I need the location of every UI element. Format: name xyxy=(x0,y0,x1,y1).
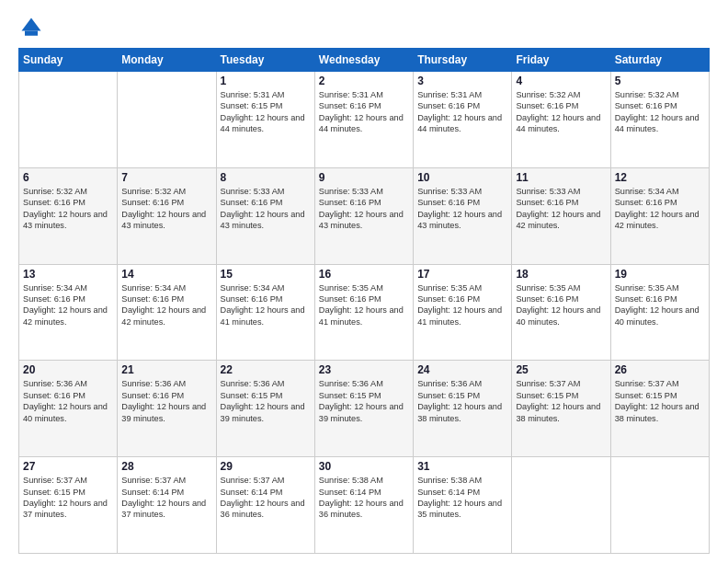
day-number: 1 xyxy=(221,75,311,87)
day-number: 11 xyxy=(516,171,606,184)
cell-details: Sunrise: 5:38 AMSunset: 6:14 PMDaylight:… xyxy=(417,475,507,521)
day-number: 8 xyxy=(221,171,311,184)
day-number: 24 xyxy=(417,363,507,376)
svg-rect-1 xyxy=(25,31,38,36)
day-number: 10 xyxy=(417,171,507,184)
cell-details: Sunrise: 5:31 AMSunset: 6:15 PMDaylight:… xyxy=(221,89,311,135)
day-cell: 11Sunrise: 5:33 AMSunset: 6:16 PMDayligh… xyxy=(512,167,610,264)
day-number: 6 xyxy=(23,171,113,184)
day-number: 20 xyxy=(23,363,113,376)
day-cell: 16Sunrise: 5:35 AMSunset: 6:16 PMDayligh… xyxy=(314,264,413,361)
day-cell: 8Sunrise: 5:33 AMSunset: 6:16 PMDaylight… xyxy=(216,167,314,264)
day-cell: 21Sunrise: 5:36 AMSunset: 6:16 PMDayligh… xyxy=(118,361,216,457)
day-cell: 4Sunrise: 5:32 AMSunset: 6:16 PMDaylight… xyxy=(512,72,610,168)
day-cell: 14Sunrise: 5:34 AMSunset: 6:16 PMDayligh… xyxy=(118,264,216,361)
day-cell: 20Sunrise: 5:36 AMSunset: 6:16 PMDayligh… xyxy=(19,361,118,457)
day-number: 27 xyxy=(23,460,113,473)
cell-details: Sunrise: 5:31 AMSunset: 6:16 PMDaylight:… xyxy=(417,89,507,135)
cell-details: Sunrise: 5:35 AMSunset: 6:16 PMDaylight:… xyxy=(319,282,409,328)
day-cell: 31Sunrise: 5:38 AMSunset: 6:14 PMDayligh… xyxy=(414,457,512,554)
day-cell xyxy=(512,457,610,554)
cell-details: Sunrise: 5:36 AMSunset: 6:15 PMDaylight:… xyxy=(221,378,311,424)
day-cell xyxy=(19,72,118,168)
day-cell: 26Sunrise: 5:37 AMSunset: 6:15 PMDayligh… xyxy=(610,361,709,457)
day-cell: 1Sunrise: 5:31 AMSunset: 6:15 PMDaylight… xyxy=(216,72,314,168)
day-number: 15 xyxy=(221,268,311,281)
weekday-header-row: SundayMondayTuesdayWednesdayThursdayFrid… xyxy=(19,49,710,72)
day-number: 17 xyxy=(417,268,507,281)
cell-details: Sunrise: 5:37 AMSunset: 6:15 PMDaylight:… xyxy=(516,378,606,424)
weekday-header-tuesday: Tuesday xyxy=(216,49,314,72)
weekday-header-friday: Friday xyxy=(512,49,610,72)
day-cell: 17Sunrise: 5:35 AMSunset: 6:16 PMDayligh… xyxy=(414,264,512,361)
day-number: 9 xyxy=(319,171,409,184)
cell-details: Sunrise: 5:33 AMSunset: 6:16 PMDaylight:… xyxy=(221,186,311,232)
cell-details: Sunrise: 5:36 AMSunset: 6:16 PMDaylight:… xyxy=(121,378,211,424)
weekday-header-monday: Monday xyxy=(118,49,216,72)
day-number: 14 xyxy=(121,268,211,281)
day-number: 12 xyxy=(615,171,705,184)
cell-details: Sunrise: 5:34 AMSunset: 6:16 PMDaylight:… xyxy=(221,282,311,328)
logo xyxy=(18,15,48,40)
cell-details: Sunrise: 5:37 AMSunset: 6:15 PMDaylight:… xyxy=(23,475,113,521)
day-cell: 18Sunrise: 5:35 AMSunset: 6:16 PMDayligh… xyxy=(512,264,610,361)
day-cell: 19Sunrise: 5:35 AMSunset: 6:16 PMDayligh… xyxy=(610,264,709,361)
day-number: 29 xyxy=(221,460,311,473)
day-cell: 25Sunrise: 5:37 AMSunset: 6:15 PMDayligh… xyxy=(512,361,610,457)
day-cell: 10Sunrise: 5:33 AMSunset: 6:16 PMDayligh… xyxy=(414,167,512,264)
day-number: 31 xyxy=(417,460,507,473)
day-cell: 30Sunrise: 5:38 AMSunset: 6:14 PMDayligh… xyxy=(314,457,413,554)
page: SundayMondayTuesdayWednesdayThursdayFrid… xyxy=(0,0,728,563)
cell-details: Sunrise: 5:35 AMSunset: 6:16 PMDaylight:… xyxy=(417,282,507,328)
cell-details: Sunrise: 5:36 AMSunset: 6:15 PMDaylight:… xyxy=(417,378,507,424)
day-number: 4 xyxy=(516,75,606,87)
day-cell: 24Sunrise: 5:36 AMSunset: 6:15 PMDayligh… xyxy=(414,361,512,457)
svg-marker-0 xyxy=(22,18,41,31)
weekday-header-thursday: Thursday xyxy=(414,49,512,72)
day-cell: 5Sunrise: 5:32 AMSunset: 6:16 PMDaylight… xyxy=(610,72,709,168)
day-cell: 12Sunrise: 5:34 AMSunset: 6:16 PMDayligh… xyxy=(610,167,709,264)
day-number: 13 xyxy=(23,268,113,281)
day-number: 22 xyxy=(221,363,311,376)
day-cell: 23Sunrise: 5:36 AMSunset: 6:15 PMDayligh… xyxy=(314,361,413,457)
day-number: 23 xyxy=(319,363,409,376)
calendar-table: SundayMondayTuesdayWednesdayThursdayFrid… xyxy=(18,48,710,554)
day-cell: 28Sunrise: 5:37 AMSunset: 6:14 PMDayligh… xyxy=(118,457,216,554)
day-cell: 7Sunrise: 5:32 AMSunset: 6:16 PMDaylight… xyxy=(118,167,216,264)
cell-details: Sunrise: 5:36 AMSunset: 6:16 PMDaylight:… xyxy=(23,378,113,424)
day-number: 28 xyxy=(121,460,211,473)
weekday-header-wednesday: Wednesday xyxy=(314,49,413,72)
cell-details: Sunrise: 5:37 AMSunset: 6:14 PMDaylight:… xyxy=(121,475,211,521)
header xyxy=(18,15,710,40)
cell-details: Sunrise: 5:32 AMSunset: 6:16 PMDaylight:… xyxy=(121,186,211,232)
day-cell xyxy=(118,72,216,168)
day-cell: 2Sunrise: 5:31 AMSunset: 6:16 PMDaylight… xyxy=(314,72,413,168)
day-cell: 22Sunrise: 5:36 AMSunset: 6:15 PMDayligh… xyxy=(216,361,314,457)
cell-details: Sunrise: 5:36 AMSunset: 6:15 PMDaylight:… xyxy=(319,378,409,424)
weekday-header-sunday: Sunday xyxy=(19,49,118,72)
cell-details: Sunrise: 5:33 AMSunset: 6:16 PMDaylight:… xyxy=(319,186,409,232)
week-row-2: 6Sunrise: 5:32 AMSunset: 6:16 PMDaylight… xyxy=(19,167,710,264)
day-number: 19 xyxy=(615,268,705,281)
day-cell: 27Sunrise: 5:37 AMSunset: 6:15 PMDayligh… xyxy=(19,457,118,554)
week-row-3: 13Sunrise: 5:34 AMSunset: 6:16 PMDayligh… xyxy=(19,264,710,361)
day-cell: 29Sunrise: 5:37 AMSunset: 6:14 PMDayligh… xyxy=(216,457,314,554)
day-number: 16 xyxy=(319,268,409,281)
cell-details: Sunrise: 5:33 AMSunset: 6:16 PMDaylight:… xyxy=(417,186,507,232)
day-number: 7 xyxy=(121,171,211,184)
cell-details: Sunrise: 5:35 AMSunset: 6:16 PMDaylight:… xyxy=(516,282,606,328)
day-cell: 6Sunrise: 5:32 AMSunset: 6:16 PMDaylight… xyxy=(19,167,118,264)
week-row-4: 20Sunrise: 5:36 AMSunset: 6:16 PMDayligh… xyxy=(19,361,710,457)
weekday-header-saturday: Saturday xyxy=(610,49,709,72)
cell-details: Sunrise: 5:32 AMSunset: 6:16 PMDaylight:… xyxy=(615,89,705,135)
week-row-5: 27Sunrise: 5:37 AMSunset: 6:15 PMDayligh… xyxy=(19,457,710,554)
cell-details: Sunrise: 5:31 AMSunset: 6:16 PMDaylight:… xyxy=(319,89,409,135)
cell-details: Sunrise: 5:34 AMSunset: 6:16 PMDaylight:… xyxy=(23,282,113,328)
cell-details: Sunrise: 5:34 AMSunset: 6:16 PMDaylight:… xyxy=(615,186,705,232)
day-number: 3 xyxy=(417,75,507,87)
cell-details: Sunrise: 5:37 AMSunset: 6:15 PMDaylight:… xyxy=(615,378,705,424)
cell-details: Sunrise: 5:37 AMSunset: 6:14 PMDaylight:… xyxy=(221,475,311,521)
day-cell xyxy=(610,457,709,554)
day-number: 18 xyxy=(516,268,606,281)
cell-details: Sunrise: 5:33 AMSunset: 6:16 PMDaylight:… xyxy=(516,186,606,232)
